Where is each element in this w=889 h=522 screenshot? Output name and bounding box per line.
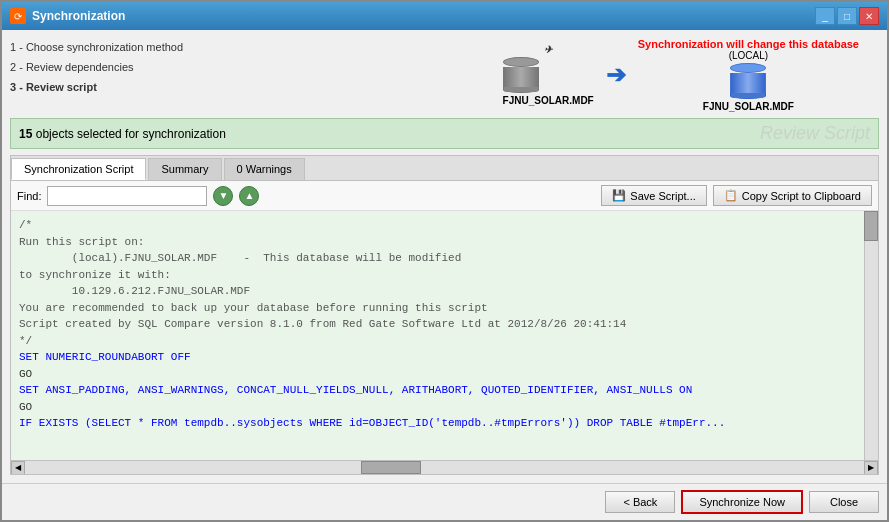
close-window-button[interactable]: ✕ [859, 7, 879, 25]
scroll-h-thumb[interactable] [361, 461, 421, 474]
cyl-body-blue [730, 73, 766, 93]
objects-count: 15 [19, 127, 32, 141]
window-icon: ⟳ [10, 8, 26, 24]
sync-arrow-icon: ➔ [606, 61, 626, 89]
scroll-thumb[interactable] [864, 211, 878, 241]
script-line-3: (local).FJNU_SOLAR.MDF - This database w… [19, 250, 870, 267]
title-bar-left: ⟳ Synchronization [10, 8, 125, 24]
objects-text: objects selected for synchronization [36, 127, 226, 141]
step-1: 1 - Choose synchronization method [10, 38, 473, 58]
vertical-scrollbar[interactable] [864, 211, 878, 460]
save-script-button[interactable]: 💾 Save Script... [601, 185, 706, 206]
cyl-bottom-blue [730, 93, 766, 99]
script-line-18: IF EXISTS (SELECT * FROM tempdb..sysobje… [19, 415, 870, 432]
maximize-button[interactable]: □ [837, 7, 857, 25]
step-2: 2 - Review dependencies [10, 58, 473, 78]
scroll-right-button[interactable]: ▶ [864, 461, 878, 475]
find-prev-button[interactable]: ▲ [239, 186, 259, 206]
toolbar-row: Find: ▼ ▲ 💾 Save Script... 📋 Copy Script… [11, 181, 878, 211]
cyl-bottom [503, 87, 539, 93]
script-line-17: GO [19, 399, 870, 416]
copy-script-label: Copy Script to Clipboard [742, 190, 861, 202]
content-area: 1 - Choose synchronization method 2 - Re… [2, 30, 887, 483]
find-label: Find: [17, 190, 41, 202]
close-button[interactable]: Close [809, 491, 879, 513]
back-button[interactable]: < Back [605, 491, 675, 513]
tabs-row: Synchronization Script Summary 0 Warning… [11, 156, 878, 181]
minimize-button[interactable]: _ [815, 7, 835, 25]
scroll-track[interactable] [25, 461, 864, 474]
sync-warning-text: Synchronization will change this databas… [638, 38, 859, 50]
script-line-13: */ [19, 333, 870, 350]
script-line-7: 10.129.6.212.FJNU_SOLAR.MDF [19, 283, 870, 300]
cyl-top [503, 57, 539, 67]
script-area: /* Run this script on: (local).FJNU_SOLA… [11, 211, 878, 460]
source-db-name: FJNU_SOLAR.MDF [503, 95, 594, 106]
objects-count-text: 15 objects selected for synchronization [19, 127, 226, 141]
target-label: (LOCAL) [729, 50, 768, 61]
save-icon: 💾 [612, 189, 626, 202]
script-line-15: GO [19, 366, 870, 383]
horizontal-scrollbar[interactable]: ◀ ▶ [11, 460, 878, 474]
tab-warnings[interactable]: 0 Warnings [224, 158, 305, 180]
sync-info: ✈ FJNU_SOLAR.MDF ➔ Synchronization will … [503, 38, 859, 112]
steps-list: 1 - Choose synchronization method 2 - Re… [10, 38, 473, 97]
script-line-0: /* [19, 217, 870, 234]
script-line-16: SET ANSI_PADDING, ANSI_WARNINGS, CONCAT_… [19, 382, 870, 399]
save-script-label: Save Script... [630, 190, 695, 202]
script-line-9: You are recommended to back up your data… [19, 300, 870, 317]
tab-sync-script[interactable]: Synchronization Script [11, 158, 146, 180]
main-window: ⟳ Synchronization _ □ ✕ 1 - Choose synch… [0, 0, 889, 522]
window-title: Synchronization [32, 9, 125, 23]
find-next-button[interactable]: ▼ [213, 186, 233, 206]
cyl-body [503, 67, 539, 87]
script-line-11: Script created by SQL Compare version 8.… [19, 316, 870, 333]
source-db-icon [503, 57, 539, 93]
watermark-text: Review Script [760, 123, 870, 144]
target-block: Synchronization will change this databas… [638, 38, 859, 112]
target-db-icon [730, 63, 766, 99]
copy-icon: 📋 [724, 189, 738, 202]
tab-summary[interactable]: Summary [148, 158, 221, 180]
copy-script-button[interactable]: 📋 Copy Script to Clipboard [713, 185, 872, 206]
objects-bar: 15 objects selected for synchronization … [10, 118, 879, 149]
step-3: 3 - Review script [10, 78, 473, 98]
steps-header: 1 - Choose synchronization method 2 - Re… [10, 38, 879, 112]
script-line-14: SET NUMERIC_ROUNDABORT OFF [19, 349, 870, 366]
source-db-block: ✈ FJNU_SOLAR.MDF [503, 44, 594, 106]
find-input[interactable] [47, 186, 207, 206]
target-db-name: FJNU_SOLAR.MDF [703, 101, 794, 112]
bottom-bar: < Back Synchronize Now Close [2, 483, 887, 520]
scroll-left-button[interactable]: ◀ [11, 461, 25, 475]
script-line-1: Run this script on: [19, 234, 870, 251]
title-bar: ⟳ Synchronization _ □ ✕ [2, 2, 887, 30]
title-controls: _ □ ✕ [815, 7, 879, 25]
cyl-top-blue [730, 63, 766, 73]
tabs-area: Synchronization Script Summary 0 Warning… [10, 155, 879, 475]
script-line-5: to synchronize it with: [19, 267, 870, 284]
synchronize-now-button[interactable]: Synchronize Now [681, 490, 803, 514]
